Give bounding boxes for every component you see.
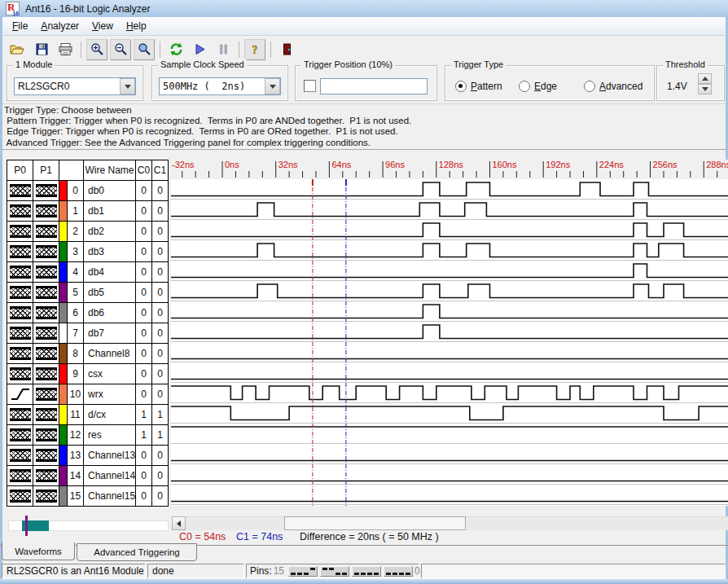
menu-help[interactable]: Help — [120, 18, 153, 34]
p0-pattern-cell[interactable] — [7, 466, 33, 486]
p1-pattern-cell[interactable] — [33, 405, 59, 425]
header-wire-name: Wire Name — [84, 160, 136, 181]
wire-row-db0[interactable]: 0db000 — [7, 181, 169, 201]
help-button[interactable]: ? — [244, 39, 265, 60]
p1-pattern-cell[interactable] — [33, 201, 59, 222]
wire-row-Channel13[interactable]: 13Channel1300 — [7, 446, 169, 466]
tab-advanced-triggering[interactable]: Advanced Triggering — [77, 543, 197, 561]
p0-pattern-cell[interactable] — [7, 405, 33, 425]
radio-pattern[interactable]: Pattern — [455, 81, 502, 92]
radio-edge[interactable]: Edge — [519, 81, 557, 92]
wire-row-csx[interactable]: 9csx00 — [7, 364, 169, 384]
p0-pattern-cell[interactable] — [7, 262, 33, 283]
scrollbar-thumb[interactable] — [284, 516, 466, 530]
dont-care-pattern-icon — [10, 245, 31, 258]
wire-name[interactable]: Channel15 — [84, 486, 136, 507]
p1-pattern-cell[interactable] — [33, 364, 59, 384]
pause-button[interactable] — [213, 39, 234, 60]
p1-pattern-cell[interactable] — [33, 466, 59, 486]
refresh-button[interactable] — [165, 39, 186, 60]
menu-file[interactable]: File — [6, 18, 34, 34]
waveform-panel[interactable]: -32ns0ns32ns64ns96ns128ns160ns192ns224ns… — [171, 160, 728, 506]
scrollbar-left-button[interactable] — [172, 516, 186, 530]
open-button[interactable] — [7, 39, 29, 60]
p0-pattern-cell[interactable] — [7, 344, 33, 364]
p1-pattern-cell[interactable] — [33, 283, 59, 303]
wire-name[interactable]: Channel13 — [84, 446, 136, 466]
wire-row-db2[interactable]: 2db200 — [7, 222, 169, 242]
p1-pattern-cell[interactable] — [33, 446, 59, 466]
p0-pattern-cell[interactable] — [7, 242, 33, 262]
wire-row-res[interactable]: 12res11 — [7, 425, 169, 446]
p1-pattern-cell[interactable] — [33, 242, 59, 262]
wire-name[interactable]: d/cx — [84, 405, 136, 425]
wire-name[interactable]: db1 — [84, 201, 136, 222]
wire-color-swatch — [59, 344, 68, 364]
wire-row-db6[interactable]: 6db600 — [7, 303, 169, 323]
wire-row-db3[interactable]: 3db300 — [7, 242, 169, 262]
tab-waveforms[interactable]: Waveforms — [2, 542, 75, 560]
p1-pattern-cell[interactable] — [33, 344, 59, 364]
menu-view[interactable]: View — [86, 18, 120, 34]
module-combobox[interactable]: RL2SGCR0 — [14, 77, 136, 95]
wire-name[interactable]: Channel8 — [84, 344, 136, 364]
zoom-in-button[interactable] — [86, 39, 107, 60]
wire-name[interactable]: db5 — [84, 283, 136, 303]
p1-pattern-cell[interactable] — [33, 323, 59, 344]
wire-name[interactable]: res — [84, 425, 136, 446]
wire-name[interactable]: db2 — [84, 222, 136, 242]
print-button[interactable] — [55, 39, 76, 60]
p1-pattern-cell[interactable] — [33, 384, 59, 405]
clock-combobox[interactable]: 500MHz ( 2ns) — [159, 77, 281, 95]
trigger-position-input[interactable] — [320, 78, 428, 94]
p0-pattern-cell[interactable] — [7, 181, 33, 201]
wire-name[interactable]: wrx — [84, 384, 136, 405]
p0-pattern-cell[interactable] — [7, 323, 33, 344]
threshold-spin-down-button[interactable] — [698, 84, 712, 94]
p1-pattern-cell[interactable] — [33, 425, 59, 446]
wire-row-Channel14[interactable]: 14Channel1400 — [7, 466, 169, 486]
wire-row-Channel8[interactable]: 8Channel800 — [7, 344, 169, 364]
save-button[interactable] — [31, 39, 52, 60]
wire-row-wrx[interactable]: 10wrx00 — [7, 384, 169, 405]
zoom-out-button[interactable] — [110, 39, 131, 60]
p0-pattern-cell[interactable] — [7, 283, 33, 303]
wire-row-db5[interactable]: 5db500 — [7, 283, 169, 303]
p0-pattern-cell[interactable] — [7, 425, 33, 446]
radio-advanced[interactable]: Advanced — [584, 81, 642, 92]
p0-pattern-cell[interactable] — [7, 364, 33, 384]
module-combobox-dropdown-button[interactable] — [120, 78, 135, 94]
p0-pattern-cell[interactable] — [7, 384, 33, 405]
threshold-spin-up-button[interactable] — [698, 73, 712, 84]
menu-analyzer[interactable]: Analyzer — [34, 18, 86, 34]
titlebar[interactable]: R 16 Ant16 - 16-bit Logic Analyzer — [0, 0, 728, 18]
p0-pattern-cell[interactable] — [7, 446, 33, 466]
wire-row-db7[interactable]: 7db700 — [7, 323, 169, 344]
dont-care-pattern-icon — [10, 286, 31, 299]
p1-pattern-cell[interactable] — [33, 222, 59, 242]
zoom-button[interactable] — [134, 39, 155, 60]
p0-pattern-cell[interactable] — [7, 222, 33, 242]
wire-row-db1[interactable]: 1db100 — [7, 201, 169, 222]
wire-name[interactable]: db3 — [84, 242, 136, 262]
wire-row-Channel15[interactable]: 15Channel1500 — [7, 486, 169, 507]
p1-pattern-cell[interactable] — [33, 262, 59, 283]
wire-row-d/cx[interactable]: 11d/cx11 — [7, 405, 169, 425]
wire-row-db4[interactable]: 4db400 — [7, 262, 169, 283]
p0-pattern-cell[interactable] — [7, 486, 33, 507]
wire-name[interactable]: db6 — [84, 303, 136, 323]
exit-button[interactable] — [276, 39, 297, 60]
p1-pattern-cell[interactable] — [33, 303, 59, 323]
p1-pattern-cell[interactable] — [33, 181, 59, 201]
wire-name[interactable]: db0 — [84, 181, 136, 201]
trigger-position-checkbox[interactable] — [304, 80, 316, 92]
wire-name[interactable]: db7 — [84, 323, 136, 344]
run-button[interactable] — [189, 39, 210, 60]
p1-pattern-cell[interactable] — [33, 486, 59, 507]
wire-name[interactable]: Channel14 — [84, 466, 136, 486]
wire-name[interactable]: csx — [84, 364, 136, 384]
wire-name[interactable]: db4 — [84, 262, 136, 283]
p0-pattern-cell[interactable] — [7, 303, 33, 323]
p0-pattern-cell[interactable] — [7, 201, 33, 222]
clock-combobox-dropdown-button[interactable] — [265, 78, 280, 94]
